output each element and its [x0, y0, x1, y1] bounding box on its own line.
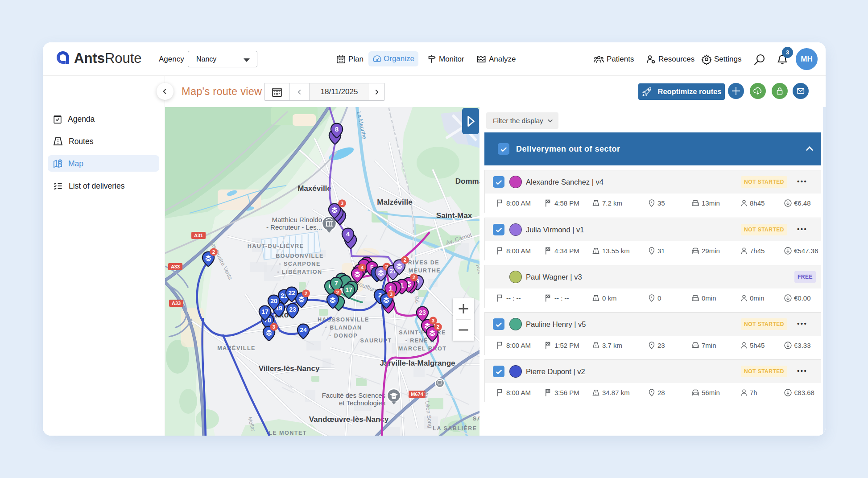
svg-text:MARCEL BROT: MARCEL BROT: [398, 346, 447, 352]
svg-text:22: 22: [288, 289, 295, 297]
svg-text:MEURTHE: MEURTHE: [409, 268, 441, 274]
svg-text:2: 2: [336, 290, 339, 295]
svg-text:HAUT-DU-LIÈVRE: HAUT-DU-LIÈVRE: [248, 243, 304, 249]
svg-text:Jarville-la-Malgrange: Jarville-la-Malgrange: [380, 359, 455, 367]
svg-text:2: 2: [305, 291, 307, 296]
svg-text:2: 2: [413, 275, 415, 280]
svg-text:Matthieu Rinoldo: Matthieu Rinoldo: [272, 216, 322, 223]
svg-text:3: 3: [341, 201, 343, 206]
svg-text:3: 3: [390, 292, 393, 297]
svg-text:17: 17: [345, 286, 352, 293]
svg-text:Domma: Domma: [455, 177, 479, 185]
svg-text:2: 2: [404, 257, 406, 263]
svg-text:8: 8: [335, 125, 339, 133]
svg-text:7: 7: [335, 279, 338, 287]
svg-text:4: 4: [346, 230, 350, 238]
svg-text:SA: SA: [473, 416, 479, 422]
svg-text:17: 17: [261, 308, 269, 315]
svg-text:23: 23: [419, 309, 426, 316]
svg-text:LA SABLIÈRE: LA SABLIÈRE: [433, 425, 477, 432]
svg-text:A33: A33: [171, 264, 180, 269]
svg-text:RIVES DE: RIVES DE: [408, 260, 439, 266]
svg-text:3: 3: [432, 318, 434, 323]
svg-text:Vandœuvre-lès-Nancy: Vandœuvre-lès-Nancy: [309, 415, 389, 424]
svg-text:Malzéville: Malzéville: [377, 198, 412, 206]
svg-text:A31: A31: [194, 233, 203, 238]
svg-text:Faculté des Sciences: Faculté des Sciences: [322, 391, 385, 399]
svg-text:20: 20: [270, 297, 277, 305]
svg-text:2: 2: [437, 324, 439, 330]
svg-text:BOUDONVILLE: BOUDONVILLE: [276, 253, 323, 259]
svg-text:- Recruteur - Les...: - Recruteur - Les...: [266, 223, 322, 231]
svg-text:LE MONTET: LE MONTET: [269, 430, 307, 436]
svg-text:Maxéville: Maxéville: [298, 184, 331, 193]
svg-text:24: 24: [300, 326, 307, 334]
svg-text:Saint-Max: Saint-Max: [436, 211, 472, 220]
svg-text:SAURUPT: SAURUPT: [360, 338, 392, 344]
svg-text:- LIBÉRATION: - LIBÉRATION: [277, 268, 322, 275]
svg-text:M674: M674: [411, 391, 423, 397]
svg-text:A33: A33: [172, 301, 181, 306]
svg-text:2: 2: [212, 249, 215, 255]
svg-text:3: 3: [273, 324, 275, 330]
svg-text:- SCARPONE: - SCARPONE: [279, 261, 320, 267]
svg-text:- BLANDAN: - BLANDAN: [325, 325, 362, 331]
svg-text:et Technologies: et Technologies: [339, 399, 385, 407]
svg-text:MARÉVILLE: MARÉVILLE: [217, 345, 256, 351]
svg-text:Villers-lès-Nancy: Villers-lès-Nancy: [259, 364, 320, 373]
svg-text:4: 4: [361, 265, 364, 270]
svg-text:23: 23: [289, 306, 296, 313]
svg-text:- DONOP: - DONOP: [329, 333, 358, 339]
